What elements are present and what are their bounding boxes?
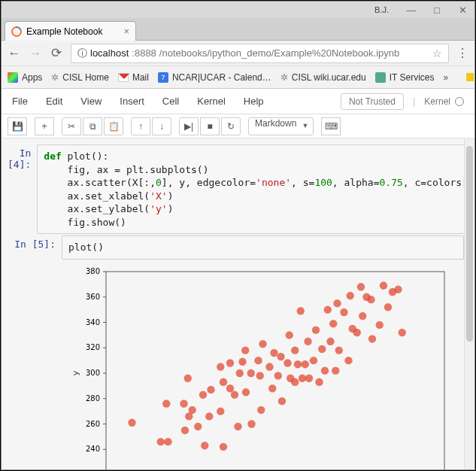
command-palette-button[interactable]: ⌨: [321, 117, 341, 135]
svg-text:340: 340: [86, 318, 100, 326]
menu-kernel[interactable]: Kernel: [197, 96, 226, 107]
svg-point-109: [394, 285, 402, 293]
bookmark-it-services[interactable]: IT Services: [375, 72, 435, 83]
trust-button[interactable]: Not Trusted: [341, 93, 404, 110]
cell-type-select[interactable]: Markdown: [248, 117, 314, 135]
svg-text:280: 280: [86, 394, 100, 403]
move-down-button[interactable]: ↓: [152, 117, 171, 135]
svg-point-107: [384, 303, 392, 311]
notebook-page: File Edit View Insert Cell Kernel Help N…: [2, 89, 474, 469]
svg-point-91: [329, 320, 337, 327]
url-path: /notebooks/ipython_demo/Example%20Notebo…: [159, 47, 399, 59]
bookmarks-bar: Apps ✲ CISL Home Mail 7 NCAR|UCAR - Cale…: [2, 66, 474, 89]
bookmark-ncar-calendar[interactable]: 7 NCAR|UCAR - Calend…: [158, 72, 271, 83]
restart-button[interactable]: ↻: [221, 117, 241, 135]
jupyter-icon: [9, 24, 23, 38]
menu-file[interactable]: File: [12, 96, 28, 107]
svg-point-38: [164, 438, 171, 445]
stop-button[interactable]: ■: [200, 117, 220, 135]
apps-label: Apps: [22, 72, 42, 83]
forward-button[interactable]: →: [29, 46, 42, 61]
code-cell[interactable]: In [4]: def plot(): fig, ax = plt.subplo…: [8, 144, 464, 234]
calendar-icon: 7: [158, 72, 168, 83]
code-editor[interactable]: def plot(): fig, ax = plt.subplots() ax.…: [37, 144, 474, 234]
bookmark-label: IT Services: [390, 72, 435, 83]
menu-edit[interactable]: Edit: [46, 96, 62, 107]
gear-icon: ✲: [51, 72, 59, 83]
svg-point-65: [257, 406, 265, 414]
paste-button[interactable]: 📋: [104, 117, 123, 135]
svg-point-40: [181, 427, 189, 434]
svg-point-45: [199, 390, 207, 398]
svg-point-63: [254, 357, 262, 364]
move-up-button[interactable]: ↑: [131, 117, 150, 135]
browser-window: B.J. — □ ✕ Example Notebook × ← → ⟳ ⓘ lo…: [1, 1, 475, 470]
svg-point-81: [302, 360, 309, 368]
output-area: 2345678220240260280300320340360380Xy: [62, 261, 464, 469]
site-info-icon[interactable]: ⓘ: [77, 47, 87, 60]
window-titlebar: B.J. — □ ✕: [2, 2, 474, 18]
svg-point-101: [359, 312, 366, 320]
code-cell[interactable]: In [5]: plot(): [8, 235, 464, 260]
svg-point-73: [283, 359, 291, 366]
window-minimize-button[interactable]: —: [404, 5, 419, 16]
other-bookmarks-button[interactable]: Other bookmarks: [466, 67, 476, 88]
run-button[interactable]: ▶|: [179, 117, 199, 135]
site-icon: [375, 72, 386, 83]
svg-point-72: [278, 397, 286, 405]
tab-title: Example Notebook: [26, 26, 102, 37]
svg-point-95: [340, 308, 347, 316]
bookmarks-overflow-button[interactable]: »: [444, 72, 449, 83]
reload-button[interactable]: ⟳: [50, 45, 63, 61]
tab-notebook[interactable]: Example Notebook ×: [5, 21, 136, 41]
vertical-scrollbar[interactable]: [464, 138, 474, 469]
svg-point-48: [207, 386, 214, 394]
save-button[interactable]: 💾: [8, 117, 27, 135]
window-maximize-button[interactable]: □: [429, 5, 444, 16]
bookmark-mail[interactable]: Mail: [118, 72, 149, 83]
address-bar[interactable]: ⓘ localhost:8888/notebooks/ipython_demo/…: [71, 44, 449, 63]
tab-close-button[interactable]: ×: [123, 26, 129, 37]
menu-cell[interactable]: Cell: [162, 96, 179, 107]
gmail-icon: [118, 73, 129, 82]
svg-point-43: [189, 406, 196, 414]
svg-point-93: [333, 299, 341, 307]
scatter-plot: 2345678220240260280300320340360380Xy: [65, 264, 456, 469]
notebook-scroll-area[interactable]: In [4]: def plot(): fig, ax = plt.subplo…: [2, 138, 474, 469]
svg-point-70: [274, 372, 282, 379]
cut-button[interactable]: ✂: [62, 117, 81, 135]
code-editor[interactable]: plot(): [62, 235, 464, 260]
toolbar: 💾 + ✂ ⧉ 📋 ↑ ↓ ▶| ■ ↻ Markdown ⌨: [2, 114, 474, 138]
window-user: B.J.: [374, 5, 389, 14]
svg-point-97: [347, 292, 354, 299]
add-cell-button[interactable]: +: [35, 117, 54, 135]
window-close-button[interactable]: ✕: [455, 5, 470, 16]
svg-point-62: [247, 420, 255, 427]
svg-point-90: [326, 337, 334, 345]
svg-point-76: [291, 346, 299, 354]
menu-view[interactable]: View: [80, 96, 102, 107]
kernel-indicator[interactable]: Kernel: [424, 96, 464, 107]
back-button[interactable]: ←: [8, 46, 21, 61]
svg-point-64: [256, 372, 264, 379]
menu-help[interactable]: Help: [244, 96, 264, 107]
menu-insert[interactable]: Insert: [120, 96, 144, 107]
bookmark-cisl-home[interactable]: ✲ CISL Home: [51, 72, 109, 83]
bookmark-cisl-wiki[interactable]: ✲ CISL wiki.ucar.edu: [280, 72, 366, 83]
svg-point-51: [220, 378, 227, 385]
kernel-label: Kernel: [424, 96, 450, 107]
svg-point-78: [294, 360, 302, 368]
apps-button[interactable]: Apps: [8, 72, 42, 83]
output-cell: 2345678220240260280300320340360380Xy: [8, 261, 464, 469]
svg-point-50: [217, 407, 224, 415]
svg-text:300: 300: [86, 369, 100, 377]
gear-icon: ✲: [280, 72, 288, 83]
browser-menu-button[interactable]: ⋮: [456, 46, 468, 60]
svg-point-83: [305, 374, 313, 381]
bookmark-label: Mail: [132, 72, 149, 83]
svg-text:240: 240: [86, 445, 100, 453]
scrollbar-thumb[interactable]: [466, 146, 473, 342]
copy-button[interactable]: ⧉: [83, 117, 102, 135]
bookmark-star-icon[interactable]: ☆: [432, 47, 442, 59]
bookmark-label: NCAR|UCAR - Calend…: [172, 72, 271, 83]
